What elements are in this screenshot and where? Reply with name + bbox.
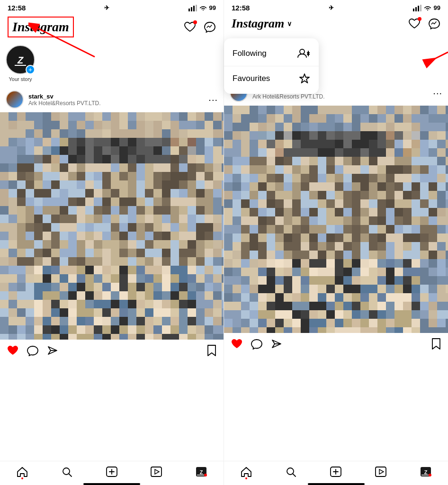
svg-marker-16	[155, 469, 159, 474]
post-user-text-left: stark_sv Ark Hotel&Resorts PVT.LTD.	[28, 93, 100, 107]
post-header-left: stark_sv Ark Hotel&Resorts PVT.LTD. ···	[0, 87, 224, 112]
svg-rect-40	[376, 467, 386, 476]
heart-icon-wrapper-left[interactable]	[184, 21, 196, 33]
notification-dot-left	[193, 20, 197, 24]
nav-profile-right[interactable]: Z	[420, 466, 432, 477]
svg-text:Z: Z	[17, 55, 24, 65]
post-user-info-left: stark_sv Ark Hotel&Resorts PVT.LTD.	[6, 90, 100, 108]
post-username-left[interactable]: stark_sv	[28, 93, 100, 100]
status-bar-left: 12:58 ✈ 99	[0, 0, 224, 14]
nav-profile-left[interactable]: Z	[195, 466, 207, 477]
svg-rect-24	[415, 7, 417, 11]
post-subtitle-right: Ark Hotel&Resorts PVT.LTD.	[252, 93, 324, 100]
notification-dot-right	[418, 17, 421, 21]
status-icons-left: 99	[188, 4, 216, 11]
battery-icon-right: 99	[434, 4, 440, 11]
share-button-left[interactable]	[46, 345, 59, 356]
post-canvas-left	[0, 112, 224, 340]
nav-active-dot-left	[21, 477, 23, 479]
nav-search-left[interactable]	[61, 466, 73, 477]
header-icons-right	[408, 18, 440, 29]
svg-point-20	[204, 474, 207, 476]
nav-active-dot-right	[245, 477, 247, 479]
post-actions-left	[0, 340, 224, 360]
favourites-label: Favourites	[233, 74, 270, 83]
svg-line-11	[69, 474, 72, 476]
battery-icon-left: 99	[209, 4, 216, 11]
right-phone-panel: 12:58 ✈ 99	[224, 0, 448, 485]
save-button-right[interactable]	[431, 338, 441, 350]
signal-icon-right	[413, 5, 421, 11]
svg-rect-4	[193, 6, 195, 11]
story-item-your-story-left[interactable]: Z + Your story	[6, 45, 35, 82]
svg-line-36	[293, 474, 296, 476]
stories-section-left: Z + Your story	[0, 41, 224, 87]
header-icons-left	[184, 21, 216, 33]
status-time-left: 12:58	[8, 4, 26, 12]
following-icon	[297, 48, 310, 59]
messenger-icon-right[interactable]	[428, 18, 440, 29]
save-button-left[interactable]	[206, 344, 217, 357]
bottom-nav-right: Z	[224, 461, 448, 480]
instagram-logo-left[interactable]: Instagram	[8, 17, 74, 37]
nav-reels-right[interactable]	[375, 466, 387, 477]
post-image-right	[224, 106, 448, 333]
dropdown-chevron-icon: ∨	[287, 20, 292, 28]
dropdown-following[interactable]: Following	[224, 41, 319, 66]
wifi-icon-left	[199, 5, 207, 11]
nav-reels-left[interactable]	[150, 466, 162, 477]
dropdown-favourites[interactable]: Favourites	[224, 66, 319, 91]
share-button-right[interactable]	[270, 338, 283, 350]
svg-rect-15	[151, 467, 161, 476]
star-icon	[299, 73, 310, 84]
wifi-icon-right	[423, 5, 432, 11]
post-canvas-right	[224, 106, 448, 333]
instagram-logo-right[interactable]: Instagram ∨	[232, 17, 292, 31]
z-logo-icon: Z	[12, 51, 29, 68]
svg-rect-5	[196, 5, 197, 11]
left-phone-panel: 12:58 ✈ 99	[0, 0, 224, 485]
post-actions-right	[224, 333, 448, 354]
comment-button-left[interactable]	[27, 345, 39, 356]
location-icon-left: ✈	[104, 4, 109, 11]
nav-home-right[interactable]	[240, 466, 252, 477]
nav-home-left[interactable]	[16, 466, 28, 477]
more-options-right[interactable]: ···	[433, 88, 442, 99]
story-avatar-wrapper-left: Z +	[6, 45, 35, 74]
comment-button-right[interactable]	[251, 338, 263, 350]
post-actions-group-left	[7, 345, 59, 356]
svg-rect-26	[420, 5, 421, 11]
svg-marker-41	[379, 469, 384, 474]
svg-point-45	[429, 474, 431, 476]
post-image-left	[0, 112, 224, 340]
svg-point-27	[300, 49, 305, 54]
header-left: Instagram	[0, 14, 224, 41]
more-options-left[interactable]: ···	[208, 94, 218, 105]
nav-create-right[interactable]	[330, 466, 342, 477]
your-story-label-left: Your story	[9, 76, 32, 82]
status-icons-right: 99	[413, 4, 440, 11]
svg-rect-23	[413, 9, 414, 11]
status-bar-right: 12:58 ✈ 99	[224, 0, 448, 14]
nav-search-right[interactable]	[285, 466, 297, 477]
svg-rect-2	[188, 9, 190, 11]
home-indicator-right	[308, 483, 365, 485]
heart-icon-wrapper-right[interactable]	[408, 18, 421, 29]
nav-create-left[interactable]	[106, 466, 118, 477]
svg-text:Z: Z	[199, 469, 203, 475]
messenger-icon-left[interactable]	[204, 21, 216, 33]
status-time-right: 12:58	[232, 4, 250, 12]
post-avatar-left[interactable]	[6, 90, 24, 108]
svg-rect-25	[418, 6, 419, 11]
like-button-right[interactable]	[231, 338, 243, 350]
following-label: Following	[233, 49, 267, 58]
svg-rect-3	[191, 7, 192, 11]
story-add-button-left[interactable]: +	[26, 65, 35, 74]
post-subtitle-left: Ark Hotel&Resorts PVT.LTD.	[28, 100, 100, 107]
bottom-nav-left: Z	[0, 461, 224, 480]
location-icon-right: ✈	[329, 4, 334, 11]
header-right: Instagram ∨ Following	[224, 14, 448, 35]
like-button-left[interactable]	[7, 345, 19, 356]
svg-text:Z: Z	[424, 469, 427, 475]
signal-icon-left	[188, 5, 197, 11]
